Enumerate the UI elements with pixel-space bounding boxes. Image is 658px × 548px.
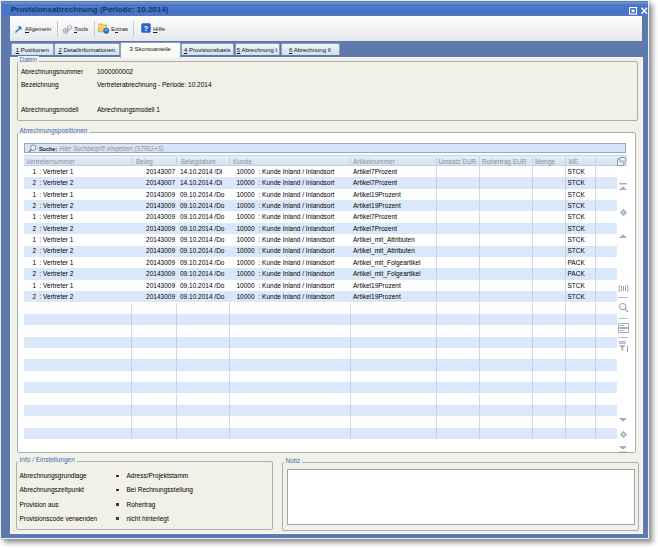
svg-text:?: ? [143,24,148,33]
